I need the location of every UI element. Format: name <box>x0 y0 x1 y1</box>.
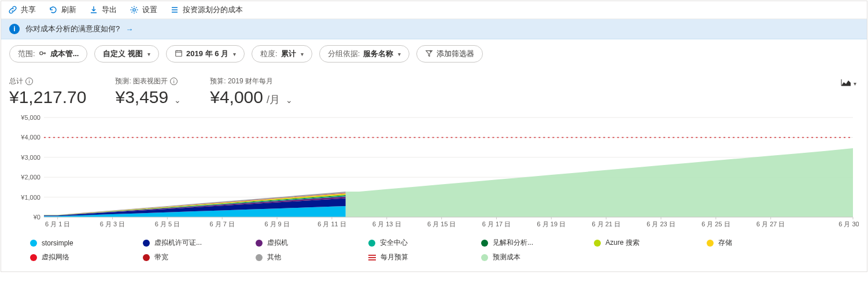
legend-item[interactable]: 带宽 <box>143 250 256 265</box>
chart-type-button[interactable]: ▾ <box>841 79 856 89</box>
filter-bar: 范围: 成本管... 自定义 视图 ▾ 2019 年 6 月 ▾ 粒度: 累计 … <box>1 39 867 68</box>
legend-swatch <box>481 254 488 261</box>
key-icon <box>39 49 47 59</box>
share-button[interactable]: 共享 <box>8 5 36 15</box>
svg-text:6 月 9 日: 6 月 9 日 <box>264 221 289 227</box>
svg-text:6 月 30 日: 6 月 30 日 <box>839 221 859 227</box>
chart-legend: storsimple虚拟机许可证...虚拟机安全中心见解和分析...Azure … <box>1 233 867 271</box>
group-by-label: 分组依据: <box>328 49 360 59</box>
legend-item[interactable]: 存储 <box>707 236 819 250</box>
svg-text:6 月 1 日: 6 月 1 日 <box>45 221 70 227</box>
budget-block[interactable]: 预算: 2019 财年每月 ¥4,000/月 ⌄ <box>210 76 293 107</box>
chevron-down-icon: ⌄ <box>286 96 293 105</box>
granularity-value: 累计 <box>281 49 296 59</box>
legend-item[interactable]: storsimple <box>30 236 143 250</box>
legend-label: storsimple <box>42 239 73 247</box>
legend-label: 其他 <box>267 252 281 262</box>
svg-text:6 月 11 日: 6 月 11 日 <box>317 221 346 227</box>
legend-swatch <box>143 240 150 247</box>
legend-item[interactable]: 其他 <box>256 250 368 265</box>
forecast-label: 预测: 图表视图开 <box>115 76 168 86</box>
info-icon[interactable]: i <box>25 78 33 85</box>
settings-label: 设置 <box>142 5 157 15</box>
legend-item[interactable]: 安全中心 <box>368 236 481 250</box>
legend-swatch <box>594 240 601 247</box>
total-block: 总计 i ¥1,217.70 <box>9 76 86 107</box>
legend-item[interactable]: 虚拟机许可证... <box>143 236 256 250</box>
command-bar: 共享 刷新 导出 设置 按资源划分的成本 <box>1 1 867 19</box>
filter-icon <box>425 49 433 59</box>
summary-row: 总计 i ¥1,217.70 预测: 图表视图开 i ¥3,459 ⌄ 预算: … <box>1 68 867 109</box>
chevron-down-icon: ⌄ <box>174 96 181 105</box>
legend-label: 安全中心 <box>380 238 408 248</box>
chevron-down-icon: ▾ <box>301 51 304 57</box>
svg-text:6 月 5 日: 6 月 5 日 <box>155 221 180 227</box>
add-filter-pill[interactable]: 添加筛选器 <box>416 45 483 63</box>
svg-point-0 <box>133 9 135 11</box>
svg-text:6 月 23 日: 6 月 23 日 <box>647 221 675 227</box>
cost-by-resource-button[interactable]: 按资源划分的成本 <box>170 5 243 15</box>
cost-chart: ¥0¥1,000¥2,000¥3,000¥4,000¥5,0006 月 1 日6… <box>1 109 867 233</box>
view-value: 自定义 视图 <box>103 49 143 59</box>
legend-swatch <box>256 240 263 247</box>
total-label: 总计 <box>9 76 23 86</box>
chevron-down-icon: ▾ <box>233 51 236 57</box>
forecast-block[interactable]: 预测: 图表视图开 i ¥3,459 ⌄ <box>115 76 181 107</box>
svg-rect-2 <box>176 50 182 56</box>
legend-swatch <box>707 240 714 247</box>
export-label: 导出 <box>102 5 117 15</box>
legend-swatch <box>143 254 150 261</box>
export-button[interactable]: 导出 <box>89 5 117 15</box>
legend-item[interactable]: Azure 搜索 <box>594 236 707 250</box>
legend-label: 每月预算 <box>381 252 408 262</box>
refresh-icon <box>49 5 58 14</box>
svg-text:¥5,000: ¥5,000 <box>20 114 40 121</box>
share-label: 共享 <box>21 5 36 15</box>
forecast-value: ¥3,459 <box>115 87 168 107</box>
cost-by-resource-label: 按资源划分的成本 <box>183 5 243 15</box>
legend-swatch <box>256 254 263 261</box>
group-by-pill[interactable]: 分组依据: 服务名称 ▾ <box>319 45 410 63</box>
refresh-button[interactable]: 刷新 <box>49 5 76 15</box>
settings-button[interactable]: 设置 <box>130 5 157 15</box>
legend-label: 存储 <box>718 238 732 248</box>
view-pill[interactable]: 自定义 视图 ▾ <box>94 45 159 63</box>
legend-label: 虚拟网络 <box>42 252 69 262</box>
svg-text:6 月 25 日: 6 月 25 日 <box>701 221 730 227</box>
period-value: 2019 年 6 月 <box>186 49 228 59</box>
period-pill[interactable]: 2019 年 6 月 ▾ <box>166 45 245 63</box>
chevron-down-icon: ▾ <box>398 51 401 57</box>
scope-value: 成本管... <box>50 49 79 59</box>
svg-text:¥3,000: ¥3,000 <box>20 154 40 161</box>
chevron-down-icon: ▾ <box>854 80 856 87</box>
feedback-banner[interactable]: i 你对成本分析的满意度如何? → <box>1 19 867 39</box>
svg-text:6 月 13 日: 6 月 13 日 <box>372 221 401 227</box>
legend-item[interactable]: 预测成本 <box>481 250 594 265</box>
legend-item[interactable]: 虚拟网络 <box>30 250 143 265</box>
svg-text:6 月 21 日: 6 月 21 日 <box>592 221 620 227</box>
svg-text:¥0: ¥0 <box>33 214 40 221</box>
legend-swatch <box>481 240 488 247</box>
svg-text:¥2,000: ¥2,000 <box>20 174 40 181</box>
calendar-icon <box>175 49 183 59</box>
chevron-down-icon: ▾ <box>147 51 150 57</box>
svg-text:¥4,000: ¥4,000 <box>20 134 40 141</box>
scope-pill[interactable]: 范围: 成本管... <box>9 45 87 63</box>
scope-label: 范围: <box>18 49 35 59</box>
legend-swatch <box>368 254 376 261</box>
svg-text:¥1,000: ¥1,000 <box>20 194 40 201</box>
granularity-pill[interactable]: 粒度: 累计 ▾ <box>252 45 312 63</box>
legend-item[interactable]: 每月预算 <box>368 250 481 265</box>
link-icon <box>8 5 17 14</box>
gear-icon <box>130 5 139 14</box>
granularity-label: 粒度: <box>260 49 278 59</box>
legend-swatch <box>30 254 37 261</box>
refresh-label: 刷新 <box>61 5 76 15</box>
legend-item[interactable]: 见解和分析... <box>481 236 594 250</box>
legend-label: 预测成本 <box>493 252 520 262</box>
legend-label: 带宽 <box>154 252 168 262</box>
info-icon[interactable]: i <box>170 78 178 85</box>
legend-label: 见解和分析... <box>493 238 533 248</box>
svg-point-1 <box>39 52 42 54</box>
legend-item[interactable]: 虚拟机 <box>256 236 368 250</box>
